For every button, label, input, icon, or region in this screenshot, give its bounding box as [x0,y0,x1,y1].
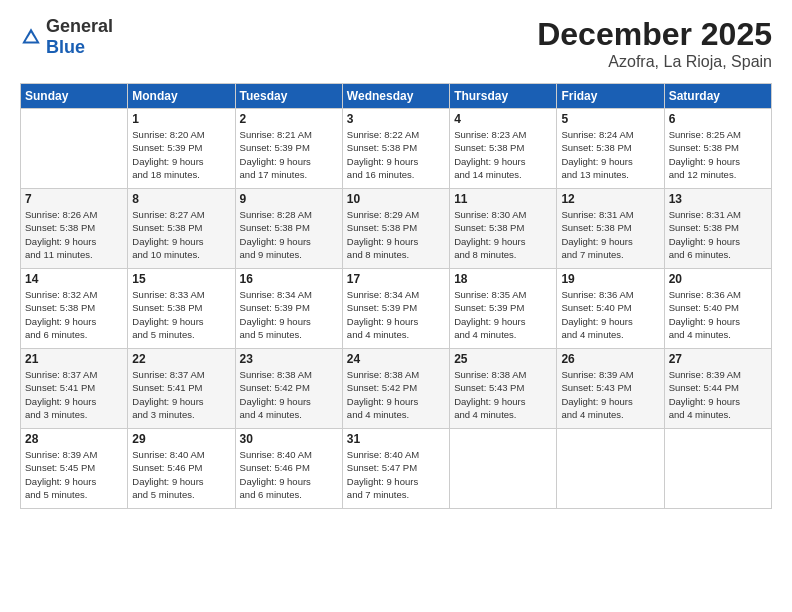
day-number: 15 [132,272,230,286]
day-info: Sunrise: 8:36 AM Sunset: 5:40 PM Dayligh… [669,288,767,341]
col-header-sunday: Sunday [21,84,128,109]
day-number: 7 [25,192,123,206]
day-info: Sunrise: 8:38 AM Sunset: 5:43 PM Dayligh… [454,368,552,421]
calendar-cell: 31Sunrise: 8:40 AM Sunset: 5:47 PM Dayli… [342,429,449,509]
day-number: 5 [561,112,659,126]
calendar-cell: 26Sunrise: 8:39 AM Sunset: 5:43 PM Dayli… [557,349,664,429]
calendar-cell: 14Sunrise: 8:32 AM Sunset: 5:38 PM Dayli… [21,269,128,349]
logo-general: General [46,16,113,36]
day-number: 27 [669,352,767,366]
calendar-cell: 22Sunrise: 8:37 AM Sunset: 5:41 PM Dayli… [128,349,235,429]
col-header-tuesday: Tuesday [235,84,342,109]
calendar-cell: 19Sunrise: 8:36 AM Sunset: 5:40 PM Dayli… [557,269,664,349]
day-number: 30 [240,432,338,446]
calendar-cell [664,429,771,509]
day-info: Sunrise: 8:28 AM Sunset: 5:38 PM Dayligh… [240,208,338,261]
day-info: Sunrise: 8:37 AM Sunset: 5:41 PM Dayligh… [25,368,123,421]
day-info: Sunrise: 8:38 AM Sunset: 5:42 PM Dayligh… [240,368,338,421]
calendar-cell: 8Sunrise: 8:27 AM Sunset: 5:38 PM Daylig… [128,189,235,269]
day-info: Sunrise: 8:34 AM Sunset: 5:39 PM Dayligh… [240,288,338,341]
day-info: Sunrise: 8:33 AM Sunset: 5:38 PM Dayligh… [132,288,230,341]
col-header-wednesday: Wednesday [342,84,449,109]
day-info: Sunrise: 8:36 AM Sunset: 5:40 PM Dayligh… [561,288,659,341]
week-row-2: 14Sunrise: 8:32 AM Sunset: 5:38 PM Dayli… [21,269,772,349]
day-number: 16 [240,272,338,286]
calendar-cell: 21Sunrise: 8:37 AM Sunset: 5:41 PM Dayli… [21,349,128,429]
calendar-cell: 2Sunrise: 8:21 AM Sunset: 5:39 PM Daylig… [235,109,342,189]
day-number: 1 [132,112,230,126]
calendar-cell: 29Sunrise: 8:40 AM Sunset: 5:46 PM Dayli… [128,429,235,509]
day-number: 28 [25,432,123,446]
day-number: 2 [240,112,338,126]
week-row-1: 7Sunrise: 8:26 AM Sunset: 5:38 PM Daylig… [21,189,772,269]
day-number: 23 [240,352,338,366]
day-info: Sunrise: 8:40 AM Sunset: 5:46 PM Dayligh… [132,448,230,501]
calendar-cell: 9Sunrise: 8:28 AM Sunset: 5:38 PM Daylig… [235,189,342,269]
day-info: Sunrise: 8:22 AM Sunset: 5:38 PM Dayligh… [347,128,445,181]
day-number: 20 [669,272,767,286]
day-info: Sunrise: 8:39 AM Sunset: 5:45 PM Dayligh… [25,448,123,501]
day-number: 22 [132,352,230,366]
day-number: 19 [561,272,659,286]
calendar-cell: 4Sunrise: 8:23 AM Sunset: 5:38 PM Daylig… [450,109,557,189]
day-number: 4 [454,112,552,126]
day-number: 24 [347,352,445,366]
day-info: Sunrise: 8:21 AM Sunset: 5:39 PM Dayligh… [240,128,338,181]
day-info: Sunrise: 8:39 AM Sunset: 5:43 PM Dayligh… [561,368,659,421]
day-number: 8 [132,192,230,206]
day-info: Sunrise: 8:25 AM Sunset: 5:38 PM Dayligh… [669,128,767,181]
calendar-cell: 27Sunrise: 8:39 AM Sunset: 5:44 PM Dayli… [664,349,771,429]
day-info: Sunrise: 8:40 AM Sunset: 5:46 PM Dayligh… [240,448,338,501]
day-number: 10 [347,192,445,206]
calendar-cell: 28Sunrise: 8:39 AM Sunset: 5:45 PM Dayli… [21,429,128,509]
calendar-cell: 30Sunrise: 8:40 AM Sunset: 5:46 PM Dayli… [235,429,342,509]
col-header-saturday: Saturday [664,84,771,109]
calendar-cell: 20Sunrise: 8:36 AM Sunset: 5:40 PM Dayli… [664,269,771,349]
calendar-cell: 10Sunrise: 8:29 AM Sunset: 5:38 PM Dayli… [342,189,449,269]
day-info: Sunrise: 8:23 AM Sunset: 5:38 PM Dayligh… [454,128,552,181]
day-info: Sunrise: 8:31 AM Sunset: 5:38 PM Dayligh… [669,208,767,261]
col-header-monday: Monday [128,84,235,109]
day-number: 25 [454,352,552,366]
logo: General Blue [20,16,113,58]
day-number: 9 [240,192,338,206]
col-header-friday: Friday [557,84,664,109]
day-number: 18 [454,272,552,286]
day-info: Sunrise: 8:29 AM Sunset: 5:38 PM Dayligh… [347,208,445,261]
day-info: Sunrise: 8:27 AM Sunset: 5:38 PM Dayligh… [132,208,230,261]
calendar-cell: 1Sunrise: 8:20 AM Sunset: 5:39 PM Daylig… [128,109,235,189]
calendar-cell: 17Sunrise: 8:34 AM Sunset: 5:39 PM Dayli… [342,269,449,349]
day-info: Sunrise: 8:40 AM Sunset: 5:47 PM Dayligh… [347,448,445,501]
day-number: 13 [669,192,767,206]
calendar-cell: 25Sunrise: 8:38 AM Sunset: 5:43 PM Dayli… [450,349,557,429]
day-info: Sunrise: 8:32 AM Sunset: 5:38 PM Dayligh… [25,288,123,341]
calendar-cell [557,429,664,509]
title-location: Azofra, La Rioja, Spain [537,53,772,71]
logo-icon [20,26,42,48]
day-number: 3 [347,112,445,126]
calendar-cell [450,429,557,509]
title-block: December 2025 Azofra, La Rioja, Spain [537,16,772,71]
day-info: Sunrise: 8:30 AM Sunset: 5:38 PM Dayligh… [454,208,552,261]
page: General Blue December 2025 Azofra, La Ri… [0,0,792,612]
week-row-4: 28Sunrise: 8:39 AM Sunset: 5:45 PM Dayli… [21,429,772,509]
col-header-thursday: Thursday [450,84,557,109]
logo-blue: Blue [46,37,85,57]
day-number: 17 [347,272,445,286]
calendar-cell: 12Sunrise: 8:31 AM Sunset: 5:38 PM Dayli… [557,189,664,269]
day-info: Sunrise: 8:39 AM Sunset: 5:44 PM Dayligh… [669,368,767,421]
day-number: 12 [561,192,659,206]
calendar-table: SundayMondayTuesdayWednesdayThursdayFrid… [20,83,772,509]
day-info: Sunrise: 8:20 AM Sunset: 5:39 PM Dayligh… [132,128,230,181]
day-number: 11 [454,192,552,206]
calendar-cell: 23Sunrise: 8:38 AM Sunset: 5:42 PM Dayli… [235,349,342,429]
title-month: December 2025 [537,16,772,53]
day-number: 21 [25,352,123,366]
calendar-cell: 5Sunrise: 8:24 AM Sunset: 5:38 PM Daylig… [557,109,664,189]
day-number: 29 [132,432,230,446]
calendar-cell: 7Sunrise: 8:26 AM Sunset: 5:38 PM Daylig… [21,189,128,269]
calendar-cell: 16Sunrise: 8:34 AM Sunset: 5:39 PM Dayli… [235,269,342,349]
calendar-header-row: SundayMondayTuesdayWednesdayThursdayFrid… [21,84,772,109]
calendar-cell: 24Sunrise: 8:38 AM Sunset: 5:42 PM Dayli… [342,349,449,429]
day-info: Sunrise: 8:31 AM Sunset: 5:38 PM Dayligh… [561,208,659,261]
